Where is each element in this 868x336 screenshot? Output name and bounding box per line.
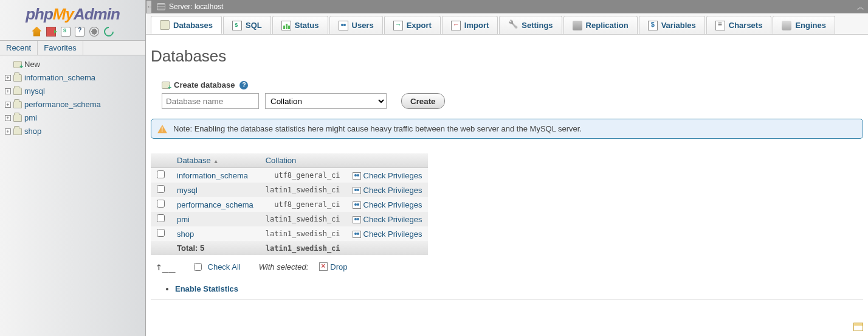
row-checkbox[interactable] <box>157 229 165 237</box>
console-toggle-icon[interactable] <box>853 323 863 331</box>
db-link[interactable]: pmi <box>171 212 260 226</box>
nav-status[interactable]: Status <box>272 16 328 34</box>
notice-box: Note: Enabling the database statistics h… <box>151 119 863 139</box>
row-checkbox[interactable] <box>157 214 165 222</box>
variables-icon <box>648 21 658 30</box>
db-link[interactable]: mysql <box>171 183 260 197</box>
total-collation: latin1_swedish_ci <box>260 241 346 255</box>
database-icon <box>13 128 22 135</box>
row-checkbox[interactable] <box>157 200 165 208</box>
table-row: information_schema utf8_general_ci Check… <box>151 168 428 183</box>
sort-asc-icon: ▲ <box>213 158 219 164</box>
database-name-input[interactable] <box>162 93 259 109</box>
database-icon <box>13 74 22 82</box>
col-database[interactable]: Database▲ <box>171 153 260 168</box>
home-icon[interactable] <box>32 27 41 37</box>
logout-icon[interactable] <box>46 27 56 37</box>
arrow-up-icon: ↑__ <box>156 261 176 272</box>
check-privileges-link[interactable]: Check Privileges <box>363 186 422 195</box>
breadcrumb: Server: localhost ︽ <box>146 0 868 13</box>
check-privileges-link[interactable]: Check Privileges <box>363 200 422 209</box>
expand-icon[interactable]: + <box>5 88 11 94</box>
settings-icon[interactable] <box>89 27 99 37</box>
row-checkbox[interactable] <box>157 185 165 193</box>
database-icon <box>13 88 22 95</box>
drop-link[interactable]: Drop <box>319 262 347 271</box>
enable-statistics-link[interactable]: Enable Statistics <box>175 284 238 293</box>
check-all-link[interactable]: Check All <box>208 262 241 271</box>
nav-users[interactable]: Users <box>329 16 383 34</box>
nav-export[interactable]: Export <box>384 16 441 34</box>
col-collation[interactable]: Collation <box>260 153 346 168</box>
check-all-checkbox[interactable] <box>194 263 202 271</box>
nav-databases[interactable]: Databases <box>151 16 222 34</box>
collapse-sidebar-icon[interactable]: ← <box>146 0 152 13</box>
tree-item[interactable]: + pmi <box>5 111 145 125</box>
database-icon <box>13 101 22 108</box>
server-icon <box>157 3 165 10</box>
logo-php: php <box>26 5 53 23</box>
nav-charsets[interactable]: Charsets <box>706 16 772 34</box>
collation-select[interactable]: Collation <box>265 93 387 109</box>
warning-icon <box>157 125 167 133</box>
status-icon <box>281 21 291 30</box>
expand-icon[interactable]: + <box>5 115 11 121</box>
db-link[interactable]: shop <box>171 226 260 241</box>
tree-item[interactable]: + information_schema <box>5 71 145 85</box>
db-collation: latin1_swedish_ci <box>260 226 346 241</box>
expand-icon[interactable]: + <box>5 128 11 135</box>
expand-icon[interactable]: + <box>5 102 11 108</box>
tree-label: mysql <box>24 86 45 96</box>
nav-settings[interactable]: Settings <box>499 16 562 34</box>
nav-sql[interactable]: SQL <box>223 16 271 34</box>
db-link[interactable]: performance_schema <box>171 197 260 212</box>
page-settings-icon[interactable]: ︽ <box>857 2 863 12</box>
check-privileges-link[interactable]: Check Privileges <box>363 171 422 180</box>
nav-variables[interactable]: Variables <box>639 16 705 34</box>
check-privileges-link[interactable]: Check Privileges <box>363 229 422 239</box>
tree-item[interactable]: + shop <box>5 125 145 138</box>
help-icon[interactable]: ? <box>239 81 248 89</box>
tree-new-label: New <box>24 60 40 69</box>
database-icon <box>13 114 22 122</box>
charsets-icon <box>715 21 725 30</box>
tree-new[interactable]: New <box>5 58 145 71</box>
databases-table: Database▲ Collation information_schema u… <box>151 153 428 255</box>
create-button[interactable]: Create <box>401 93 445 109</box>
logo[interactable]: phpMyAdmin <box>0 0 145 25</box>
create-database-form: Create database ? Collation Create <box>162 80 863 109</box>
topnav: Databases SQL Status Users Export Import… <box>146 13 868 35</box>
databases-icon <box>160 20 170 30</box>
tree-item[interactable]: + performance_schema <box>5 98 145 111</box>
check-privileges-link[interactable]: Check Privileges <box>363 215 422 224</box>
sql-icon <box>232 21 242 30</box>
nav-engines[interactable]: Engines <box>773 16 835 34</box>
drop-icon <box>319 262 328 271</box>
table-row: shop latin1_swedish_ci Check Privileges <box>151 226 428 241</box>
divider <box>151 299 863 300</box>
query-window-icon[interactable] <box>61 27 71 37</box>
create-db-heading: Create database <box>174 80 235 89</box>
row-checkbox[interactable] <box>157 170 165 178</box>
engines-icon <box>782 21 791 30</box>
wrench-icon <box>508 21 518 30</box>
import-icon <box>451 21 461 30</box>
add-database-icon <box>162 82 170 89</box>
breadcrumb-server-name[interactable]: localhost <box>195 2 223 11</box>
tab-favorites[interactable]: Favorites <box>38 41 83 55</box>
main: ← Server: localhost ︽ Databases SQL Stat… <box>146 0 868 336</box>
db-tree: New + information_schema + mysql + perfo… <box>0 55 145 138</box>
nav-import[interactable]: Import <box>442 16 498 34</box>
notice-text: Note: Enabling the database statistics h… <box>173 124 582 133</box>
content: Databases Create database ? Collation Cr… <box>146 35 868 311</box>
docs-icon[interactable] <box>75 27 84 37</box>
tree-item[interactable]: + mysql <box>5 85 145 98</box>
reload-icon[interactable] <box>102 24 115 38</box>
db-link[interactable]: information_schema <box>171 168 260 183</box>
with-selected-label: With selected: <box>259 262 309 271</box>
db-collation: latin1_swedish_ci <box>260 183 346 197</box>
expand-icon[interactable]: + <box>5 75 11 81</box>
sidebar-tabs: Recent Favorites <box>0 40 145 55</box>
tab-recent[interactable]: Recent <box>0 41 38 55</box>
nav-replication[interactable]: Replication <box>563 16 638 34</box>
